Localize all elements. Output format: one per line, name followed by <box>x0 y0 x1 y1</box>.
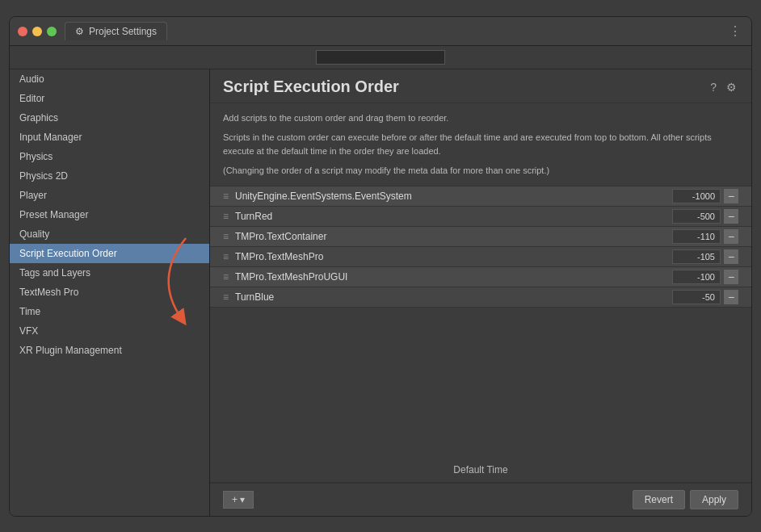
script-order-input[interactable] <box>672 209 721 224</box>
sidebar-item-time[interactable]: Time <box>10 302 209 321</box>
gear-icon: ⚙ <box>75 26 84 37</box>
script-name: TMPro.TextMeshProUGUI <box>235 271 672 283</box>
script-name: UnityEngine.EventSystems.EventSystem <box>235 191 672 202</box>
script-name: TMPro.TextContainer <box>235 231 672 242</box>
script-name: TurnRed <box>235 211 672 222</box>
description-box: Add scripts to the custom order and drag… <box>210 103 751 186</box>
default-time-row: Default Time <box>210 458 751 483</box>
sidebar-item-editor[interactable]: Editor <box>10 89 209 108</box>
maximize-button[interactable] <box>47 27 57 36</box>
action-buttons: Revert Apply <box>633 490 738 509</box>
footer-area: + ▾ Revert Apply <box>210 483 751 516</box>
description-line2: Scripts in the custom order can execute … <box>223 131 738 159</box>
add-script-button[interactable]: + ▾ <box>223 491 254 509</box>
revert-button[interactable]: Revert <box>633 490 685 509</box>
remove-script-button[interactable]: − <box>724 209 738 224</box>
settings-button[interactable]: ⚙ <box>725 79 738 95</box>
remove-script-button[interactable]: − <box>724 270 738 284</box>
table-row: ≡ TMPro.TextMeshProUGUI − <box>210 267 751 287</box>
table-row: ≡ TMPro.TextContainer − <box>210 227 751 247</box>
script-name: TMPro.TextMeshPro <box>235 251 672 262</box>
script-order-input[interactable] <box>672 229 721 244</box>
description-line3: (Changing the order of a script may modi… <box>223 164 738 178</box>
sidebar-item-vfx[interactable]: VFX <box>10 321 209 341</box>
drag-handle-icon[interactable]: ≡ <box>223 231 229 242</box>
script-order-input[interactable] <box>672 249 721 264</box>
remove-script-button[interactable]: − <box>724 290 738 304</box>
table-row: ≡ TMPro.TextMeshPro − <box>210 247 751 267</box>
page-title: Script Execution Order <box>223 77 399 96</box>
sidebar-item-input-manager[interactable]: Input Manager <box>10 128 209 147</box>
remove-script-button[interactable]: − <box>724 189 738 203</box>
content-header: Script Execution Order ? ⚙ <box>210 69 751 103</box>
script-name: TurnBlue <box>235 291 672 303</box>
drag-handle-icon[interactable]: ≡ <box>223 191 229 202</box>
close-button[interactable] <box>18 27 27 36</box>
default-time-label: Default Time <box>453 464 507 475</box>
top-search-bar <box>10 46 751 69</box>
script-list: ≡ UnityEngine.EventSystems.EventSystem −… <box>210 186 751 458</box>
main-content: Script Execution Order ? ⚙ Add scripts t… <box>210 69 751 516</box>
sidebar: AudioEditorGraphicsInput ManagerPhysicsP… <box>10 69 210 516</box>
window-controls <box>18 27 57 36</box>
sidebar-item-graphics[interactable]: Graphics <box>10 108 209 128</box>
script-order-input[interactable] <box>672 290 721 304</box>
remove-script-button[interactable]: − <box>724 229 738 244</box>
sidebar-item-xr-plugin-management[interactable]: XR Plugin Management <box>10 341 209 360</box>
remove-script-button[interactable]: − <box>724 249 738 264</box>
sidebar-item-audio[interactable]: Audio <box>10 69 209 89</box>
sidebar-item-quality[interactable]: Quality <box>10 224 209 244</box>
drag-handle-icon[interactable]: ≡ <box>223 271 229 283</box>
sidebar-item-player[interactable]: Player <box>10 186 209 205</box>
sidebar-item-textmesh-pro[interactable]: TextMesh Pro <box>10 283 209 302</box>
sidebar-list: AudioEditorGraphicsInput ManagerPhysicsP… <box>10 69 209 360</box>
sidebar-item-physics-2d[interactable]: Physics 2D <box>10 166 209 186</box>
script-order-input[interactable] <box>672 189 721 203</box>
script-order-input[interactable] <box>672 270 721 284</box>
apply-button[interactable]: Apply <box>690 490 738 509</box>
table-row: ≡ TurnRed − <box>210 207 751 227</box>
add-script-label: + ▾ <box>232 494 245 505</box>
help-button[interactable]: ? <box>708 79 718 95</box>
title-bar: ⚙ Project Settings ⋮ <box>10 17 751 46</box>
table-row: ≡ TurnBlue − <box>210 287 751 308</box>
drag-handle-icon[interactable]: ≡ <box>223 291 229 303</box>
window-tab[interactable]: ⚙ Project Settings <box>65 22 167 40</box>
drag-handle-icon[interactable]: ≡ <box>223 211 229 222</box>
header-icons: ? ⚙ <box>708 79 738 95</box>
more-options-icon[interactable]: ⋮ <box>729 23 743 39</box>
search-input[interactable] <box>316 50 445 65</box>
drag-handle-icon[interactable]: ≡ <box>223 251 229 262</box>
tab-label: Project Settings <box>89 26 157 37</box>
sidebar-item-physics[interactable]: Physics <box>10 147 209 166</box>
description-line1: Add scripts to the custom order and drag… <box>223 111 738 126</box>
sidebar-item-script-execution-order[interactable]: Script Execution Order <box>10 244 209 263</box>
minimize-button[interactable] <box>32 27 42 36</box>
table-row: ≡ UnityEngine.EventSystems.EventSystem − <box>210 186 751 207</box>
sidebar-item-tags-and-layers[interactable]: Tags and Layers <box>10 263 209 283</box>
sidebar-item-preset-manager[interactable]: Preset Manager <box>10 205 209 224</box>
